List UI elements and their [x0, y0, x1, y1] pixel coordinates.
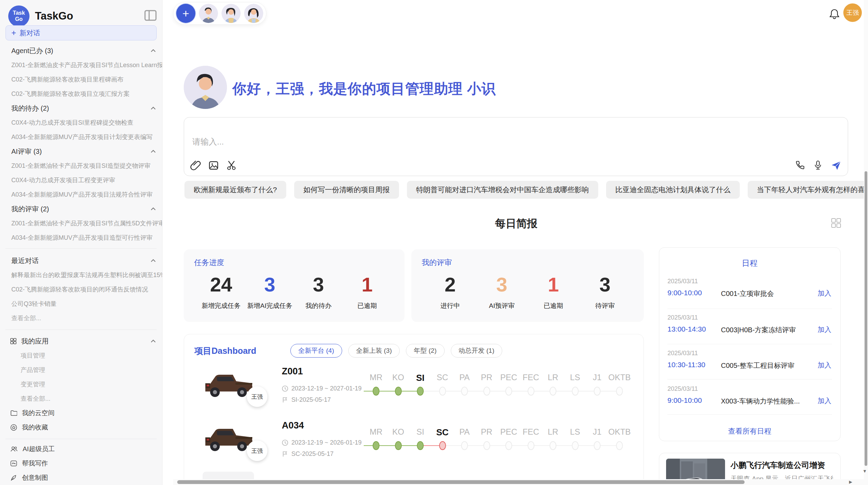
suggestion-chip[interactable]: 当下年轻人对汽车外观有怎样的喜好趋势 — [748, 181, 868, 199]
chevron-up-icon[interactable] — [150, 150, 156, 153]
list-item[interactable]: C02-飞腾新能源轻客改款项目的闭环通告反馈情况 — [0, 282, 162, 297]
notifications-bell-icon[interactable] — [829, 8, 840, 20]
list-item[interactable]: 公司Q3轻卡销量 — [0, 297, 162, 311]
milestone-dot-oktb[interactable] — [616, 441, 623, 450]
section-agent-done[interactable]: Agent已办 (3) — [0, 43, 162, 58]
paperclip-icon[interactable] — [190, 160, 201, 171]
milestone-dot-pec[interactable] — [505, 441, 512, 450]
join-meeting-link[interactable]: 加入 — [818, 396, 831, 406]
milestone-dot-j1[interactable] — [594, 387, 601, 396]
chevron-up-icon[interactable] — [150, 339, 156, 343]
list-item[interactable]: C0X4-动力总成开发项目SI里程碑提交物检查 — [0, 115, 162, 130]
new-chat-button[interactable]: + 新对话 — [5, 25, 157, 40]
avatar[interactable] — [244, 4, 263, 23]
milestone-dot-pa[interactable] — [461, 387, 468, 396]
stat-value: 2 — [424, 274, 476, 295]
section-my-review[interactable]: 我的评审 (2) — [0, 202, 162, 216]
list-item[interactable]: C02-飞腾新能源轻客改款项目立项汇报方案 — [0, 87, 162, 101]
vertical-scrollbar[interactable] — [864, 0, 868, 485]
milestone-dot-si[interactable] — [417, 441, 424, 450]
list-item[interactable]: A034-全新新能源MUV产品开发项目法规符合性评审 — [0, 187, 162, 202]
list-item[interactable]: C02-飞腾新能源轻客改款项目里程碑画布 — [0, 72, 162, 87]
my-review-card: 我的评审 2 进行中 3 AI预评审 1 已逾期 3 待评审 — [411, 249, 644, 322]
milestone-dot-lr[interactable] — [550, 441, 556, 450]
tab-new-platform[interactable]: 全新平台 (4) — [290, 344, 342, 358]
milestone-dot-si[interactable] — [417, 387, 424, 396]
view-all-schedule-link[interactable]: 查看所有日程 — [659, 426, 840, 436]
milestone-dot-fec[interactable] — [528, 387, 534, 396]
section-my-todo[interactable]: 我的待办 (2) — [0, 101, 162, 115]
section-recent-chats[interactable]: 最近对话 — [0, 253, 162, 268]
list-item[interactable]: C0X4-动力总成开发项目工程变更评审 — [0, 173, 162, 187]
view-all-apps-link[interactable]: 查看全部... — [0, 391, 162, 406]
microphone-icon[interactable] — [813, 160, 824, 171]
suggestion-chip[interactable]: 特朗普可能对进口汽车增税会对中国车企造成哪些影响 — [407, 181, 598, 199]
milestone-dot-mr[interactable] — [373, 387, 379, 396]
scissors-icon[interactable] — [226, 160, 237, 171]
milestone-dot-ko[interactable] — [395, 441, 402, 450]
suggestion-chip[interactable]: 欧洲新规最近颁布了什么? — [184, 181, 286, 199]
avatar[interactable] — [199, 4, 218, 23]
join-meeting-link[interactable]: 加入 — [818, 289, 831, 298]
sidebar-item-ai-super-staff[interactable]: AI超级员工 — [0, 442, 162, 456]
user-avatar[interactable]: 王强 — [843, 3, 862, 22]
milestone-dot-lr[interactable] — [550, 387, 556, 396]
sidebar-item-help-me-write[interactable]: 帮我写作 — [0, 456, 162, 471]
tab-new-body[interactable]: 全新上装 (3) — [348, 344, 400, 358]
send-icon[interactable] — [831, 160, 842, 171]
view-all-chats-link[interactable]: 查看全部... — [0, 311, 162, 325]
scroll-down-arrow[interactable]: ▼ — [863, 469, 867, 474]
list-item[interactable]: A034-全新新能源MUV产品开发项目造型可行性评审 — [0, 231, 162, 245]
chevron-up-icon[interactable] — [150, 107, 156, 110]
join-meeting-link[interactable]: 加入 — [818, 325, 831, 334]
sidebar-item-favorites[interactable]: 我的收藏 — [0, 420, 162, 435]
avatar[interactable] — [221, 4, 241, 23]
milestone-dot-ko[interactable] — [395, 387, 402, 396]
vertical-scrollbar-thumb[interactable] — [865, 171, 867, 466]
list-item[interactable]: Z001-全新燃油轻卡产品开发项目SI造型提交物评审 — [0, 159, 162, 173]
join-meeting-link[interactable]: 加入 — [818, 361, 831, 370]
list-item[interactable]: A034-全新新能源MUV产品开发项目计划变更表编写 — [0, 130, 162, 144]
horizontal-scrollbar[interactable]: ▶ — [173, 479, 864, 485]
milestone-dot-oktb[interactable] — [616, 387, 623, 396]
horizontal-scrollbar-thumb[interactable] — [177, 480, 745, 484]
section-ai-review[interactable]: AI评审 (3) — [0, 144, 162, 159]
image-icon[interactable] — [208, 160, 219, 171]
list-item[interactable]: Z001-全新燃油皮卡产品开发项目SI节点Lesson Learn报告 — [0, 58, 162, 72]
milestone-dot-pa[interactable] — [461, 441, 468, 450]
milestone-dot-sc[interactable] — [439, 441, 446, 450]
milestone-dot-mr[interactable] — [373, 441, 379, 450]
chevron-up-icon[interactable] — [150, 49, 156, 52]
layout-grid-icon[interactable] — [831, 218, 841, 228]
suggestion-chip[interactable]: 如何写一份清晰的项目周报 — [294, 181, 399, 199]
chevron-up-icon[interactable] — [150, 207, 156, 211]
sidebar-task-lists: Agent已办 (3) Z001-全新燃油皮卡产品开发项目SI节点Lesson … — [0, 43, 162, 245]
milestone-dot-pr[interactable] — [483, 441, 490, 450]
milestone-dot-pr[interactable] — [483, 387, 490, 396]
sidebar-item-creative-drawing[interactable]: 创意制图 — [0, 471, 162, 485]
chat-input[interactable] — [192, 137, 707, 147]
project-code[interactable]: Z001 — [282, 366, 303, 377]
tab-powertrain[interactable]: 动总开发 (1) — [451, 344, 503, 358]
tab-year-model[interactable]: 年型 (2) — [406, 344, 445, 358]
milestone-dot-j1[interactable] — [594, 441, 601, 450]
sidebar-item-project-mgmt[interactable]: 项目管理 — [0, 348, 162, 363]
sidebar-item-cloud-space[interactable]: 我的云空间 — [0, 406, 162, 420]
sidebar-item-change-mgmt[interactable]: 变更管理 — [0, 377, 162, 391]
add-conversation-button[interactable]: + — [176, 4, 195, 23]
phone-call-icon[interactable] — [795, 160, 806, 171]
section-my-apps[interactable]: 我的应用 — [0, 334, 162, 348]
milestone-dot-sc[interactable] — [439, 387, 446, 396]
list-item[interactable]: 解释最新出台的欧盟报废车法规再生塑料比例被调至15%... — [0, 268, 162, 282]
sidebar-collapse-icon[interactable] — [144, 10, 157, 21]
suggestion-chip[interactable]: 比亚迪全固态电池计划具体说了什么 — [606, 181, 740, 199]
milestone-dot-ls[interactable] — [572, 387, 579, 396]
chevron-up-icon[interactable] — [150, 259, 156, 262]
milestone-dot-pec[interactable] — [505, 387, 512, 396]
sidebar-item-product-mgmt[interactable]: 产品管理 — [0, 363, 162, 377]
milestone-dot-ls[interactable] — [572, 441, 579, 450]
milestone-dot-fec[interactable] — [528, 441, 534, 450]
project-code[interactable]: A034 — [282, 420, 304, 431]
list-item[interactable]: Z001-全新燃油轻卡产品开发项目SI节点属性5D文件评审 — [0, 216, 162, 231]
scroll-right-arrow[interactable]: ▶ — [849, 480, 852, 484]
